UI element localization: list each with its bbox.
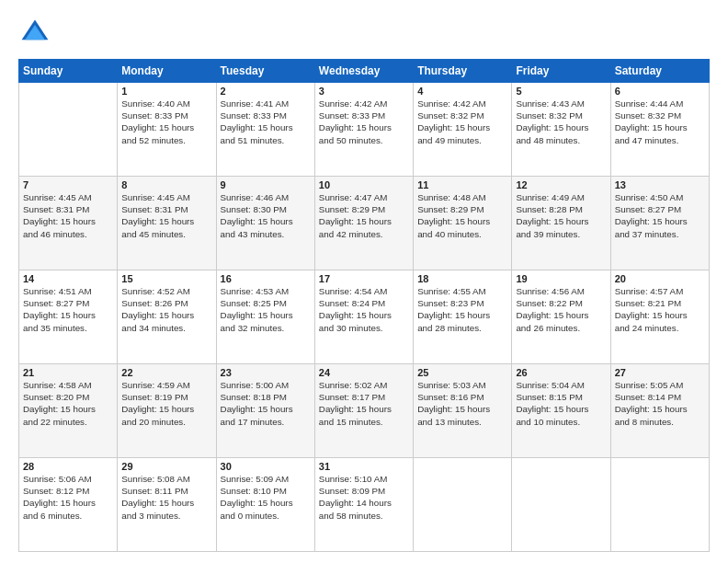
day-number: 15 xyxy=(121,273,211,284)
calendar-cell: 20Sunrise: 4:57 AM Sunset: 8:21 PM Dayli… xyxy=(610,270,709,364)
day-info: Sunrise: 5:00 AM Sunset: 8:18 PM Dayligh… xyxy=(221,379,311,428)
day-number: 8 xyxy=(121,179,211,190)
calendar-week-5: 28Sunrise: 5:06 AM Sunset: 8:12 PM Dayli… xyxy=(19,458,710,552)
calendar-cell: 10Sunrise: 4:47 AM Sunset: 8:29 PM Dayli… xyxy=(314,177,413,270)
calendar-cell: 13Sunrise: 4:50 AM Sunset: 8:27 PM Dayli… xyxy=(610,177,709,270)
calendar-cell: 4Sunrise: 4:42 AM Sunset: 8:32 PM Daylig… xyxy=(414,83,512,177)
calendar-cell: 2Sunrise: 4:41 AM Sunset: 8:33 PM Daylig… xyxy=(216,83,314,177)
day-info: Sunrise: 4:58 AM Sunset: 8:20 PM Dayligh… xyxy=(23,379,113,428)
calendar-cell: 18Sunrise: 4:55 AM Sunset: 8:23 PM Dayli… xyxy=(414,270,512,364)
day-number: 30 xyxy=(221,461,311,472)
day-number: 5 xyxy=(516,86,606,97)
calendar-cell: 31Sunrise: 5:10 AM Sunset: 8:09 PM Dayli… xyxy=(314,458,413,552)
day-number: 1 xyxy=(121,86,211,97)
day-info: Sunrise: 4:44 AM Sunset: 8:32 PM Dayligh… xyxy=(615,98,705,146)
calendar-cell xyxy=(610,458,709,552)
day-info: Sunrise: 5:05 AM Sunset: 8:14 PM Dayligh… xyxy=(615,379,705,428)
day-number: 29 xyxy=(121,461,211,472)
calendar-header-wednesday: Wednesday xyxy=(314,60,413,83)
day-number: 7 xyxy=(23,179,113,190)
day-info: Sunrise: 5:10 AM Sunset: 8:09 PM Dayligh… xyxy=(319,473,409,522)
day-number: 25 xyxy=(417,367,507,378)
day-number: 9 xyxy=(221,179,311,190)
day-info: Sunrise: 4:53 AM Sunset: 8:25 PM Dayligh… xyxy=(221,285,311,334)
calendar-cell xyxy=(19,83,118,177)
calendar-header-friday: Friday xyxy=(512,60,610,83)
calendar-week-3: 14Sunrise: 4:51 AM Sunset: 8:27 PM Dayli… xyxy=(19,270,710,364)
day-number: 20 xyxy=(615,273,705,284)
calendar-cell: 30Sunrise: 5:09 AM Sunset: 8:10 PM Dayli… xyxy=(216,458,314,552)
calendar-cell: 1Sunrise: 4:40 AM Sunset: 8:33 PM Daylig… xyxy=(118,83,216,177)
day-number: 4 xyxy=(417,86,507,97)
day-number: 31 xyxy=(319,461,409,472)
day-info: Sunrise: 4:56 AM Sunset: 8:22 PM Dayligh… xyxy=(516,285,606,334)
calendar-cell: 12Sunrise: 4:49 AM Sunset: 8:28 PM Dayli… xyxy=(512,177,610,270)
day-number: 2 xyxy=(221,86,311,97)
day-number: 14 xyxy=(23,273,113,284)
calendar-cell: 7Sunrise: 4:45 AM Sunset: 8:31 PM Daylig… xyxy=(19,177,118,270)
calendar-week-4: 21Sunrise: 4:58 AM Sunset: 8:20 PM Dayli… xyxy=(19,364,710,458)
day-info: Sunrise: 4:48 AM Sunset: 8:29 PM Dayligh… xyxy=(417,191,507,240)
calendar-cell: 16Sunrise: 4:53 AM Sunset: 8:25 PM Dayli… xyxy=(216,270,314,364)
day-info: Sunrise: 4:47 AM Sunset: 8:29 PM Dayligh… xyxy=(319,191,409,240)
calendar-week-2: 7Sunrise: 4:45 AM Sunset: 8:31 PM Daylig… xyxy=(19,177,710,270)
day-number: 16 xyxy=(221,273,311,284)
day-number: 10 xyxy=(319,179,409,190)
day-info: Sunrise: 5:09 AM Sunset: 8:10 PM Dayligh… xyxy=(221,473,311,522)
calendar-cell: 11Sunrise: 4:48 AM Sunset: 8:29 PM Dayli… xyxy=(414,177,512,270)
day-number: 27 xyxy=(615,367,705,378)
day-info: Sunrise: 5:03 AM Sunset: 8:16 PM Dayligh… xyxy=(417,379,507,428)
page: SundayMondayTuesdayWednesdayThursdayFrid… xyxy=(0,0,728,563)
day-info: Sunrise: 4:43 AM Sunset: 8:32 PM Dayligh… xyxy=(516,98,606,146)
calendar-cell: 26Sunrise: 5:04 AM Sunset: 8:15 PM Dayli… xyxy=(512,364,610,458)
logo xyxy=(18,17,55,50)
day-number: 12 xyxy=(516,179,606,190)
day-info: Sunrise: 4:57 AM Sunset: 8:21 PM Dayligh… xyxy=(615,285,705,334)
calendar-cell: 21Sunrise: 4:58 AM Sunset: 8:20 PM Dayli… xyxy=(19,364,118,458)
day-number: 6 xyxy=(615,86,705,97)
calendar-cell: 29Sunrise: 5:08 AM Sunset: 8:11 PM Dayli… xyxy=(118,458,216,552)
calendar-week-1: 1Sunrise: 4:40 AM Sunset: 8:33 PM Daylig… xyxy=(19,83,710,177)
calendar-table: SundayMondayTuesdayWednesdayThursdayFrid… xyxy=(18,59,710,552)
day-number: 24 xyxy=(319,367,409,378)
day-number: 22 xyxy=(121,367,211,378)
day-number: 21 xyxy=(23,367,113,378)
day-info: Sunrise: 5:02 AM Sunset: 8:17 PM Dayligh… xyxy=(319,379,409,428)
calendar-cell: 5Sunrise: 4:43 AM Sunset: 8:32 PM Daylig… xyxy=(512,83,610,177)
day-info: Sunrise: 4:42 AM Sunset: 8:33 PM Dayligh… xyxy=(319,98,409,146)
day-info: Sunrise: 4:55 AM Sunset: 8:23 PM Dayligh… xyxy=(417,285,507,334)
calendar-header-monday: Monday xyxy=(118,60,216,83)
day-info: Sunrise: 5:08 AM Sunset: 8:11 PM Dayligh… xyxy=(121,473,211,522)
day-number: 26 xyxy=(516,367,606,378)
header xyxy=(18,17,710,50)
calendar-header-tuesday: Tuesday xyxy=(216,60,314,83)
day-info: Sunrise: 4:54 AM Sunset: 8:24 PM Dayligh… xyxy=(319,285,409,334)
day-number: 19 xyxy=(516,273,606,284)
calendar-cell: 9Sunrise: 4:46 AM Sunset: 8:30 PM Daylig… xyxy=(216,177,314,270)
calendar-cell: 6Sunrise: 4:44 AM Sunset: 8:32 PM Daylig… xyxy=(610,83,709,177)
logo-icon xyxy=(18,17,51,50)
day-number: 18 xyxy=(417,273,507,284)
day-info: Sunrise: 4:40 AM Sunset: 8:33 PM Dayligh… xyxy=(121,98,211,146)
calendar-header-sunday: Sunday xyxy=(19,60,118,83)
day-number: 17 xyxy=(319,273,409,284)
calendar-header-thursday: Thursday xyxy=(414,60,512,83)
day-info: Sunrise: 4:59 AM Sunset: 8:19 PM Dayligh… xyxy=(121,379,211,428)
calendar-cell xyxy=(414,458,512,552)
day-info: Sunrise: 5:04 AM Sunset: 8:15 PM Dayligh… xyxy=(516,379,606,428)
day-info: Sunrise: 4:45 AM Sunset: 8:31 PM Dayligh… xyxy=(121,191,211,240)
day-info: Sunrise: 4:49 AM Sunset: 8:28 PM Dayligh… xyxy=(516,191,606,240)
calendar-cell: 8Sunrise: 4:45 AM Sunset: 8:31 PM Daylig… xyxy=(118,177,216,270)
calendar-cell: 19Sunrise: 4:56 AM Sunset: 8:22 PM Dayli… xyxy=(512,270,610,364)
day-info: Sunrise: 4:50 AM Sunset: 8:27 PM Dayligh… xyxy=(615,191,705,240)
day-info: Sunrise: 4:45 AM Sunset: 8:31 PM Dayligh… xyxy=(23,191,113,240)
calendar-cell: 17Sunrise: 4:54 AM Sunset: 8:24 PM Dayli… xyxy=(314,270,413,364)
calendar-cell: 14Sunrise: 4:51 AM Sunset: 8:27 PM Dayli… xyxy=(19,270,118,364)
day-number: 3 xyxy=(319,86,409,97)
calendar-cell: 27Sunrise: 5:05 AM Sunset: 8:14 PM Dayli… xyxy=(610,364,709,458)
day-info: Sunrise: 4:41 AM Sunset: 8:33 PM Dayligh… xyxy=(221,98,311,146)
calendar-header-saturday: Saturday xyxy=(610,60,709,83)
day-info: Sunrise: 4:52 AM Sunset: 8:26 PM Dayligh… xyxy=(121,285,211,334)
calendar-cell: 24Sunrise: 5:02 AM Sunset: 8:17 PM Dayli… xyxy=(314,364,413,458)
calendar-cell xyxy=(512,458,610,552)
